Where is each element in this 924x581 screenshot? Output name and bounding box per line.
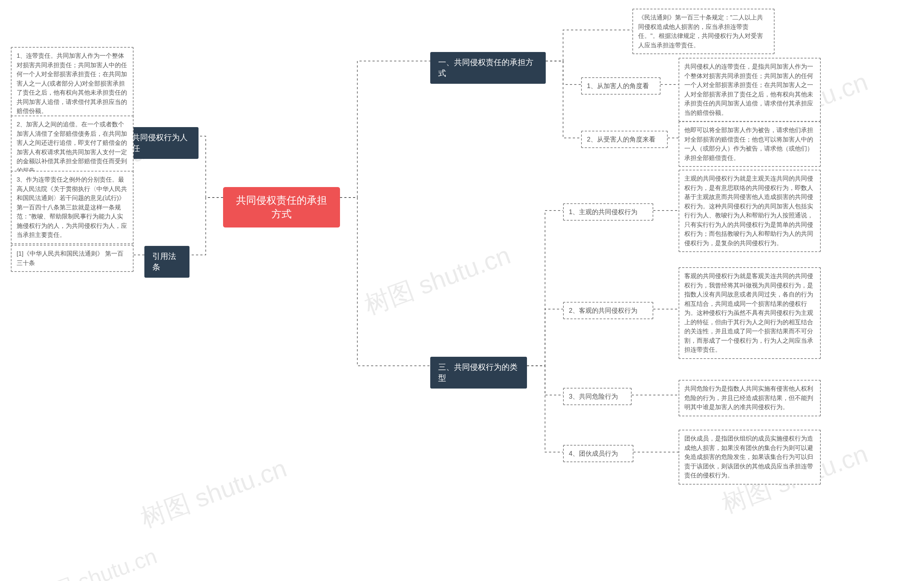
- branch-4-leaf-1[interactable]: [1]《中华人民共和国民法通则》 第一百三十条: [11, 245, 134, 272]
- root-node[interactable]: 共同侵权责任的承担方式: [223, 187, 340, 227]
- watermark: 树图 shutu.cn: [136, 451, 292, 536]
- branch-1-sub-1-detail-text: 共同侵权人的连带责任，是指共同加害人作为一个整体对损害共同承担责任；共同加害人的…: [684, 63, 813, 116]
- branch-1-sub-2-label: 2、从受害人的角度来看: [587, 136, 655, 143]
- branch-1-sub-2-detail-text: 他即可以将全部加害人作为被告，请求他们承担对全部损害的赔偿责任；他也可以将加害人…: [684, 127, 813, 161]
- branch-1-sub-2[interactable]: 2、从受害人的角度来看: [581, 131, 668, 148]
- branch-1-detail-0[interactable]: 《民法通则》第一百三十条规定："二人以上共同侵权造成他人损害的，应当承担连带责任…: [632, 9, 775, 54]
- branch-2-leaf-1[interactable]: 1、连带责任。共同加害人作为一个整体对损害共同承担责任；共同加害人中的任何一个人…: [11, 47, 134, 120]
- branch-3-label: 三、共同侵权行为的类型: [438, 363, 518, 382]
- branch-1-sub-2-detail[interactable]: 他即可以将全部加害人作为被告，请求他们承担对全部损害的赔偿责任；他也可以将加害人…: [678, 121, 821, 167]
- branch-4[interactable]: 引用法条: [144, 246, 190, 278]
- branch-3-sub-3-label: 3、共同危险行为: [569, 393, 618, 400]
- branch-3-sub-1-label: 1、主观的共同侵权行为: [569, 209, 637, 215]
- branch-2-leaf-1-text: 1、连带责任。共同加害人作为一个整体对损害共同承担责任；共同加害人中的任何一个人…: [16, 52, 127, 114]
- branch-3-sub-1[interactable]: 1、主观的共同侵权行为: [563, 203, 653, 221]
- branch-3-sub-3-detail[interactable]: 共同危险行为是指数人共同实施有侵害他人权利危险的行为，并且已经造成损害结果，但不…: [678, 380, 821, 416]
- branch-1-sub-1-detail[interactable]: 共同侵权人的连带责任，是指共同加害人作为一个整体对损害共同承担责任；共同加害人的…: [678, 58, 821, 122]
- branch-3-sub-2-detail-text: 客观的共同侵权行为就是客观关连共同的共同侵权行为，我曾经将其叫做视为共同侵权行为…: [684, 273, 813, 353]
- branch-1-detail-0-text: 《民法通则》第一百三十条规定："二人以上共同侵权造成他人损害的，应当承担连带责任…: [638, 14, 763, 49]
- branch-3-sub-4-label: 4、团伙成员行为: [569, 450, 618, 457]
- branch-1[interactable]: 一、共同侵权责任的承担方式: [430, 52, 546, 84]
- branch-2-leaf-2[interactable]: 2、加害人之间的追偿。在一个或者数个加害人清偿了全部赔偿债务后，在共同加害人之间…: [11, 116, 134, 179]
- branch-3-sub-1-detail-text: 主观的共同侵权行为就是主观关连共同的共同侵权行为，是有意思联络的共同侵权行为，即…: [684, 175, 813, 247]
- branch-3-sub-4-detail-text: 团伙成员，是指团伙组织的成员实施侵权行为造成他人损害，如果没有团伙的集合行为则可…: [684, 435, 813, 479]
- branch-1-label: 一、共同侵权责任的承担方式: [438, 58, 533, 78]
- branch-3-sub-2-detail[interactable]: 客观的共同侵权行为就是客观关连共同的共同侵权行为，我曾经将其叫做视为共同侵权行为…: [678, 267, 821, 359]
- branch-1-sub-1[interactable]: 1、从加害人的角度看: [581, 77, 660, 94]
- branch-2-leaf-2-text: 2、加害人之间的追偿。在一个或者数个加害人清偿了全部赔偿债务后，在共同加害人之间…: [16, 121, 127, 174]
- branch-3-sub-3[interactable]: 3、共同危险行为: [563, 388, 632, 405]
- branch-3-sub-3-detail-text: 共同危险行为是指数人共同实施有侵害他人权利危险的行为，并且已经造成损害结果，但不…: [684, 385, 813, 411]
- branch-4-leaf-1-text: [1]《中华人民共和国民法通则》 第一百三十条: [16, 250, 124, 266]
- branch-2-leaf-3-text: 3、作为连带责任之例外的分别责任。最高人民法院《关于贯彻执行〈中华人民共和国民法…: [16, 176, 127, 238]
- watermark: 树图 shutu.cn: [360, 238, 515, 323]
- branch-3-sub-1-detail[interactable]: 主观的共同侵权行为就是主观关连共同的共同侵权行为，是有意思联络的共同侵权行为，即…: [678, 170, 821, 252]
- branch-3-sub-4-detail[interactable]: 团伙成员，是指团伙组织的成员实施侵权行为造成他人损害，如果没有团伙的集合行为则可…: [678, 430, 821, 485]
- root-title: 共同侵权责任的承担方式: [236, 195, 327, 220]
- branch-3-sub-2[interactable]: 2、客观的共同侵权行为: [563, 302, 653, 319]
- branch-4-label: 引用法条: [152, 252, 176, 271]
- branch-3[interactable]: 三、共同侵权行为的类型: [430, 357, 527, 389]
- branch-3-sub-4[interactable]: 4、团伙成员行为: [563, 445, 634, 462]
- watermark: 树图 shutu.cn: [28, 542, 161, 581]
- branch-1-sub-1-label: 1、从加害人的角度看: [587, 82, 649, 89]
- branch-2-leaf-3[interactable]: 3、作为连带责任之例外的分别责任。最高人民法院《关于贯彻执行〈中华人民共和国民法…: [11, 171, 134, 244]
- branch-3-sub-2-label: 2、客观的共同侵权行为: [569, 307, 637, 314]
